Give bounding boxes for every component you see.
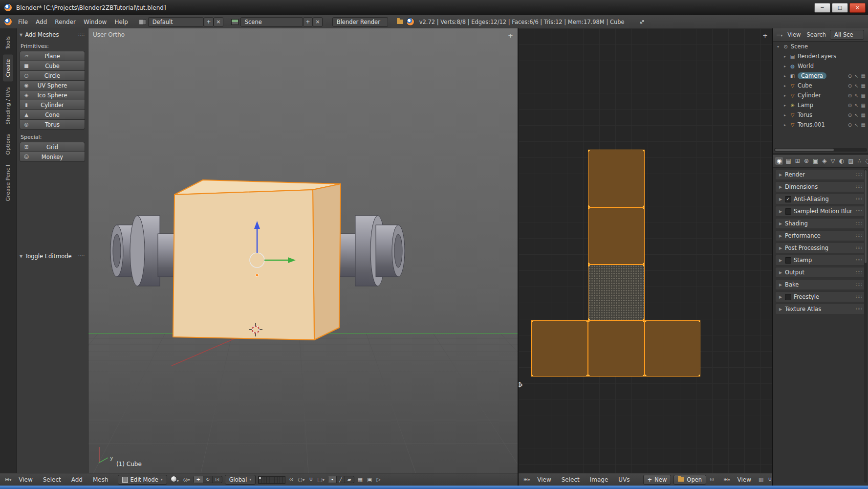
outliner-row-cylinder[interactable]: ▸ ▽ Cylinder ⊙ ↖ ▦ xyxy=(773,90,868,100)
sampled-motion-blur-checkbox[interactable] xyxy=(785,208,791,215)
snap-element-dropdown[interactable]: □▾ xyxy=(316,476,325,483)
expand-icon[interactable]: ▶ xyxy=(779,222,782,226)
render-tab[interactable]: ◉ xyxy=(775,157,783,165)
render-layers-tab[interactable]: ▤ xyxy=(784,157,792,165)
add-uv-sphere-button[interactable]: ◉UV Sphere xyxy=(20,81,85,90)
cursor-arrow-icon[interactable]: ↖ xyxy=(854,103,858,108)
editor-type-icon[interactable]: ≡▾ xyxy=(775,32,783,38)
outliner-row-cube[interactable]: ▸ ▽ Cube ⊙ ↖ ▦ xyxy=(773,81,868,90)
open-image-button[interactable]: Open xyxy=(673,475,706,485)
uv-face-inactive[interactable] xyxy=(588,265,645,320)
texture-tab[interactable]: ▨ xyxy=(846,157,855,165)
scrollbar-thumb[interactable] xyxy=(865,170,867,263)
menu-render[interactable]: Render xyxy=(51,19,80,25)
panel-drag-icon[interactable]: ∷∷ xyxy=(856,209,863,214)
uv-face[interactable] xyxy=(588,320,645,377)
outliner-display-mode-dropdown[interactable]: All Sce xyxy=(830,30,864,40)
delete-scene-button[interactable]: × xyxy=(313,17,323,27)
expand-icon[interactable]: ▶ xyxy=(779,246,782,250)
uv-face[interactable] xyxy=(645,320,700,377)
add-scene-button[interactable]: + xyxy=(303,17,313,27)
cursor-arrow-icon[interactable]: ↖ xyxy=(854,83,858,89)
outliner-row-torus[interactable]: ▸ ▽ Torus ⊙ ↖ ▦ xyxy=(773,110,868,120)
outliner-search-menu[interactable]: Search xyxy=(805,31,828,38)
render-restrict-icon[interactable]: ▦ xyxy=(861,83,866,89)
minimize-button[interactable]: ─ xyxy=(814,3,830,13)
expand-icon[interactable]: ▸ xyxy=(782,64,787,68)
menu-window[interactable]: Window xyxy=(80,19,110,25)
panel-texture-atlas[interactable]: ▶ Texture Atlas ∷∷ xyxy=(775,304,866,314)
panel-drag-icon[interactable]: ∷∷ xyxy=(856,282,863,287)
viewport-shading-dropdown[interactable]: ▾ xyxy=(170,476,180,484)
panel-drag-icon[interactable]: ∷∷ xyxy=(856,258,863,263)
tab-shading-uvs[interactable]: Shading / UVs xyxy=(3,83,13,129)
panel-anti-aliasing[interactable]: ▶ ✓ Anti-Aliasing ∷∷ xyxy=(775,194,866,204)
expand-icon[interactable]: ▶ xyxy=(779,307,782,311)
tab-grease-pencil[interactable]: Grease Pencil xyxy=(3,160,13,205)
expand-icon[interactable]: ▶ xyxy=(779,270,782,275)
editor-type-icon[interactable]: ⊞▾ xyxy=(722,476,731,483)
vertex-select-icon[interactable]: ∙ xyxy=(328,476,337,483)
proportional-edit-dropdown[interactable]: ○▾ xyxy=(297,476,306,483)
draw-type-icon[interactable]: ▥ xyxy=(758,476,764,483)
uv-face[interactable] xyxy=(588,150,645,207)
stamp-checkbox[interactable] xyxy=(785,257,791,264)
eye-icon[interactable]: ⊙ xyxy=(848,122,852,128)
outliner-row-camera[interactable]: ▸ ◧ Camera ⊙ ↖ ▦ xyxy=(773,71,868,81)
scene-selector[interactable]: Scene xyxy=(240,17,303,27)
panel-drag-icon[interactable]: ∷∷ xyxy=(856,221,863,226)
panel-dimensions[interactable]: ▶ Dimensions ∷∷ xyxy=(775,181,866,192)
add-torus-button[interactable]: ◎Torus xyxy=(20,120,85,130)
panel-drag-icon[interactable]: ∷∷ xyxy=(856,245,863,250)
3d-viewport[interactable]: y User Ortho (1) Cube + xyxy=(88,28,518,473)
screen-layout-selector[interactable]: Default xyxy=(148,17,204,27)
panel-drag-icon[interactable]: ∷∷ xyxy=(856,233,863,238)
panel-drag-icon[interactable]: ∷∷ xyxy=(79,32,85,37)
expand-icon[interactable]: ▸ xyxy=(782,54,787,59)
cursor-arrow-icon[interactable]: ↖ xyxy=(854,112,858,118)
anti-aliasing-checkbox[interactable]: ✓ xyxy=(785,196,791,202)
cursor-arrow-icon[interactable]: ↖ xyxy=(854,73,858,79)
expand-icon[interactable]: ▶ xyxy=(779,197,782,201)
snap-magnet-icon[interactable]: ∩ xyxy=(308,476,314,483)
render-restrict-icon[interactable]: ▦ xyxy=(861,93,866,98)
render-restrict-icon[interactable]: ▦ xyxy=(861,122,866,128)
add-cube-button[interactable]: ■Cube xyxy=(20,61,85,71)
tab-options[interactable]: Options xyxy=(3,130,13,159)
editor-type-icon[interactable]: ⊞▾ xyxy=(4,476,12,483)
rotate-manipulator-icon[interactable]: ↻ xyxy=(203,476,213,483)
panel-drag-icon[interactable]: ∷∷ xyxy=(856,197,863,201)
cursor-arrow-icon[interactable]: ↖ xyxy=(854,93,858,98)
panel-bake[interactable]: ▶ Bake ∷∷ xyxy=(775,279,866,290)
eye-icon[interactable]: ⊙ xyxy=(848,73,852,79)
new-image-button[interactable]: + New xyxy=(643,475,672,485)
expand-icon[interactable]: ▸ xyxy=(782,84,787,88)
extra-view-menu[interactable]: View xyxy=(734,476,755,483)
add-cone-button[interactable]: ▲Cone xyxy=(20,110,85,120)
render-restrict-icon[interactable]: ▦ xyxy=(861,103,866,108)
outliner-row-world[interactable]: ▸ ◍ World xyxy=(773,61,868,71)
cursor-arrow-icon[interactable]: ↖ xyxy=(854,122,858,128)
region-expand-icon[interactable]: + xyxy=(508,32,513,39)
particles-tab[interactable]: ∴ xyxy=(856,157,863,165)
scale-manipulator-icon[interactable]: ⊡ xyxy=(213,476,221,483)
add-meshes-panel-header[interactable]: ▼ Add Meshes ∷∷ xyxy=(20,31,85,39)
scrollbar-thumb[interactable] xyxy=(775,149,834,151)
panel-shading[interactable]: ▶ Shading ∷∷ xyxy=(775,218,866,229)
scene-tab[interactable]: ⊞ xyxy=(794,157,802,165)
mesh-menu[interactable]: Mesh xyxy=(89,476,112,483)
expand-icon[interactable]: ▶ xyxy=(779,234,782,238)
panel-drag-icon[interactable]: ∷∷ xyxy=(856,270,863,275)
properties-scrollbar[interactable] xyxy=(864,169,867,483)
panel-sampled-motion-blur[interactable]: ▶ Sampled Motion Blur ∷∷ xyxy=(775,206,866,217)
image-menu[interactable]: Image xyxy=(586,476,612,483)
maximize-area-icon[interactable]: ↔ xyxy=(637,17,646,26)
panel-drag-icon[interactable]: ∷∷ xyxy=(79,254,85,259)
edge-select-icon[interactable]: ╱ xyxy=(337,476,345,483)
eye-icon[interactable]: ⊙ xyxy=(848,93,852,98)
expand-icon[interactable]: ▶ xyxy=(779,258,782,263)
expand-icon[interactable]: ▶ xyxy=(779,283,782,287)
render-restrict-icon[interactable]: ▦ xyxy=(861,112,866,118)
screen-layout-icon[interactable] xyxy=(139,19,146,25)
opengl-anim-icon[interactable]: ▷ xyxy=(376,476,382,483)
